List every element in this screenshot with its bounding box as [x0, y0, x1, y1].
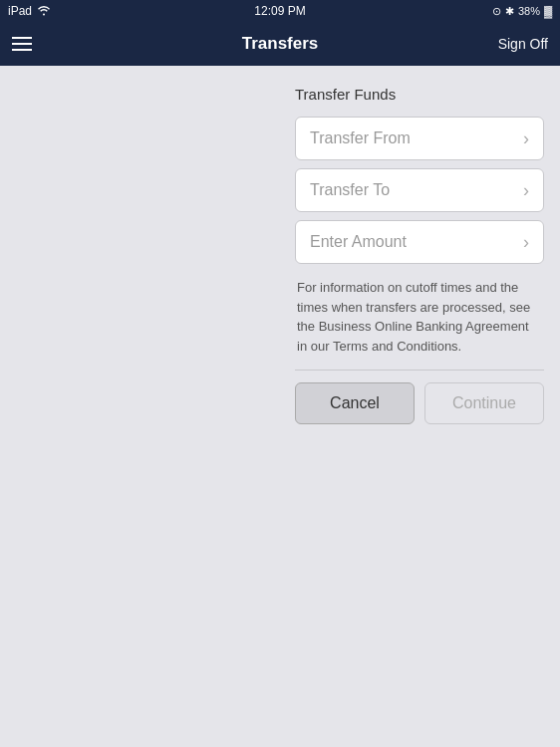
- transfer-from-label: Transfer From: [310, 129, 411, 147]
- continue-button: Continue: [424, 382, 544, 424]
- time-display: 12:09 PM: [254, 4, 305, 18]
- sign-off-button[interactable]: Sign Off: [498, 36, 548, 52]
- sidebar-area: [0, 66, 279, 747]
- enter-amount-chevron-icon: ›: [523, 232, 529, 253]
- transfer-from-chevron-icon: ›: [523, 128, 529, 149]
- battery-level: 38%: [518, 5, 540, 17]
- status-right: ⊙ ✱ 38% ▓: [492, 5, 552, 18]
- status-bar: iPad 12:09 PM ⊙ ✱ 38% ▓: [0, 0, 560, 22]
- menu-button[interactable]: [12, 37, 32, 51]
- enter-amount-label: Enter Amount: [310, 233, 407, 251]
- transfer-to-label: Transfer To: [310, 181, 390, 199]
- transfer-to-chevron-icon: ›: [523, 180, 529, 201]
- nav-bar: Transfers Sign Off: [0, 22, 560, 66]
- nav-title: Transfers: [242, 34, 319, 54]
- wifi-icon: [37, 4, 51, 19]
- enter-amount-row[interactable]: Enter Amount ›: [295, 220, 544, 264]
- section-title: Transfer Funds: [295, 86, 544, 103]
- battery-icon: ▓: [544, 5, 552, 17]
- bluetooth-icon: ✱: [505, 5, 514, 18]
- transfer-to-row[interactable]: Transfer To ›: [295, 168, 544, 212]
- screen-icon: ⊙: [492, 5, 501, 18]
- status-left: iPad: [8, 4, 51, 19]
- cancel-button[interactable]: Cancel: [295, 382, 415, 424]
- content-area: Transfer Funds Transfer From › Transfer …: [279, 66, 560, 747]
- hamburger-icon[interactable]: [12, 37, 32, 51]
- divider: [295, 370, 544, 371]
- main-layout: Transfer Funds Transfer From › Transfer …: [0, 66, 560, 747]
- carrier-label: iPad: [8, 4, 32, 18]
- transfer-from-row[interactable]: Transfer From ›: [295, 117, 544, 160]
- info-text: For information on cutoff times and the …: [295, 278, 544, 356]
- buttons-row: Cancel Continue: [295, 382, 544, 424]
